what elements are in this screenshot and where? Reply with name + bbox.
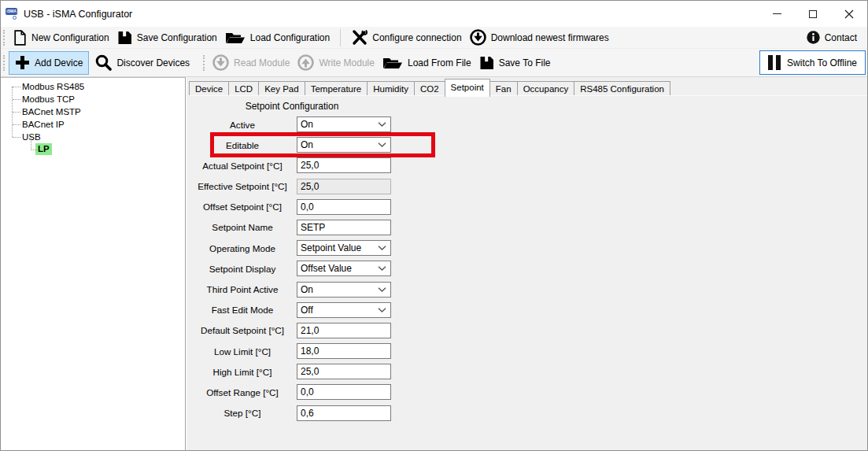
configure-connection-button[interactable]: Configure connection [347, 28, 465, 48]
app-window: iSMA USB - iSMA Configurator New Configu… [0, 0, 868, 451]
new-configuration-button[interactable]: New Configuration [9, 28, 113, 48]
form-row: Effective Setpoint [°C] [193, 179, 429, 194]
tab-humidity[interactable]: Humidity [367, 81, 414, 96]
field-label: Third Point Active [193, 284, 292, 294]
select-value: Offset Value [301, 263, 352, 274]
field-label: Offset Range [°C] [193, 387, 292, 397]
high-limit-input[interactable] [297, 364, 391, 379]
tree-item-bacnet-mstp[interactable]: BACnet MSTP [1, 105, 185, 118]
tab-temperature[interactable]: Temperature [305, 81, 368, 96]
step-input[interactable] [297, 405, 391, 421]
select-value: On [301, 284, 313, 295]
form-row: Offset Setpoint [°C] [193, 199, 429, 215]
maximize-button[interactable] [795, 1, 831, 27]
load-configuration-label: Load Configuration [250, 32, 330, 43]
info-circle-icon [807, 31, 820, 44]
save-configuration-label: Save Configuration [137, 32, 217, 43]
actual-setpoint-input[interactable] [297, 157, 391, 173]
toolbar-grip [3, 30, 6, 46]
tree-item-usb[interactable]: USB [1, 131, 185, 143]
load-from-file-label: Load From File [408, 57, 471, 68]
tools-icon [351, 30, 368, 46]
tab-rs485-configuration[interactable]: RS485 Configuration [574, 81, 670, 96]
toolbar-separator [340, 29, 341, 46]
tab-key-pad[interactable]: Key Pad [258, 81, 304, 96]
minimize-icon [773, 13, 781, 14]
add-device-button[interactable]: Add Device [9, 51, 89, 75]
save-to-file-button[interactable]: Save To File [475, 53, 555, 73]
tab-co2[interactable]: CO2 [414, 81, 445, 96]
group-title: Setpoint Configuration [193, 101, 391, 112]
maximize-icon [809, 10, 817, 18]
toolbar-grip [3, 55, 6, 71]
select-value: On [301, 139, 313, 150]
plus-icon [15, 55, 30, 70]
form-row: Active On [193, 116, 429, 132]
setpoint-name-input[interactable] [297, 220, 391, 235]
field-label: Offset Setpoint [°C] [193, 201, 292, 212]
save-configuration-button[interactable]: Save Configuration [113, 28, 221, 48]
chevron-down-icon [378, 246, 386, 250]
load-from-file-button[interactable]: Load From File [379, 53, 475, 73]
form-row-highlighted: Editable On [193, 137, 429, 153]
save-to-file-label: Save To File [499, 57, 551, 68]
editable-select[interactable]: On [297, 137, 391, 153]
contact-button[interactable]: Contact [803, 28, 861, 48]
default-setpoint-input[interactable] [297, 323, 391, 338]
tree-item-bacnet-ip[interactable]: BACnet IP [1, 118, 185, 131]
search-icon [95, 54, 112, 71]
field-label: Step [°C] [193, 408, 292, 418]
low-limit-input[interactable] [297, 343, 391, 359]
chevron-down-icon [378, 122, 386, 127]
tab-device[interactable]: Device [189, 81, 228, 96]
tab-occupancy[interactable]: Occupancy [517, 81, 574, 96]
configure-connection-label: Configure connection [372, 32, 461, 43]
discover-devices-button[interactable]: Discover Devices [91, 53, 194, 73]
close-button[interactable] [831, 1, 867, 27]
tab-fan[interactable]: Fan [490, 81, 517, 96]
open-folder-icon [225, 31, 246, 45]
form-row: Low Limit [°C] [193, 343, 429, 359]
operating-mode-select[interactable]: Setpoint Value [297, 240, 391, 256]
form-row: Setpoint Name [193, 220, 429, 235]
selected-device-badge: LP [35, 143, 52, 155]
new-configuration-label: New Configuration [31, 32, 109, 43]
write-module-button[interactable]: Write Module [294, 53, 378, 73]
read-module-button[interactable]: Read Module [209, 53, 294, 73]
third-point-active-select[interactable]: On [297, 282, 391, 298]
pause-icon [768, 55, 781, 70]
download-firmwares-button[interactable]: Download newest firmwares [466, 28, 613, 48]
form-row: Fast Edit Mode Off [193, 302, 429, 318]
tree-item-modbus-rs485[interactable]: Modbus RS485 [1, 80, 185, 93]
effective-setpoint-input [297, 179, 391, 194]
tree-item-lp-device[interactable]: LP [1, 143, 185, 156]
tab-setpoint[interactable]: Setpoint [445, 79, 490, 97]
chevron-down-icon [378, 308, 386, 312]
minimize-button[interactable] [759, 1, 795, 27]
tree-item-label: BACnet MSTP [22, 107, 81, 116]
tab-lcd[interactable]: LCD [228, 81, 258, 96]
active-select[interactable]: On [297, 116, 391, 132]
chevron-down-icon [378, 287, 386, 292]
select-value: Off [301, 305, 313, 316]
switch-to-offline-button[interactable]: Switch To Offline [759, 50, 866, 75]
select-value: Setpoint Value [301, 242, 361, 253]
form-row: Operating Mode Setpoint Value [193, 240, 429, 256]
tree-item-modbus-tcp[interactable]: Modbus TCP [1, 93, 185, 105]
fast-edit-mode-select[interactable]: Off [297, 302, 391, 318]
window-title: USB - iSMA Configurator [24, 9, 132, 20]
field-label: High Limit [°C] [193, 367, 292, 377]
discover-devices-label: Discover Devices [116, 57, 190, 68]
offset-setpoint-input[interactable] [297, 199, 391, 215]
offset-range-input[interactable] [297, 384, 391, 400]
field-label: Setpoint Display [193, 264, 292, 274]
setpoint-display-select[interactable]: Offset Value [297, 261, 391, 276]
field-label: Effective Setpoint [°C] [193, 181, 292, 191]
field-label: Setpoint Name [193, 222, 292, 232]
field-label: Fast Edit Mode [193, 305, 292, 315]
toolbar-grip [203, 55, 205, 71]
isma-logo-icon: iSMA [6, 8, 17, 20]
load-configuration-button[interactable]: Load Configuration [221, 28, 334, 48]
field-label: Default Setpoint [°C] [193, 325, 292, 335]
device-tree-panel: Modbus RS485 Modbus TCP BACnet MSTP BACn… [1, 77, 186, 450]
